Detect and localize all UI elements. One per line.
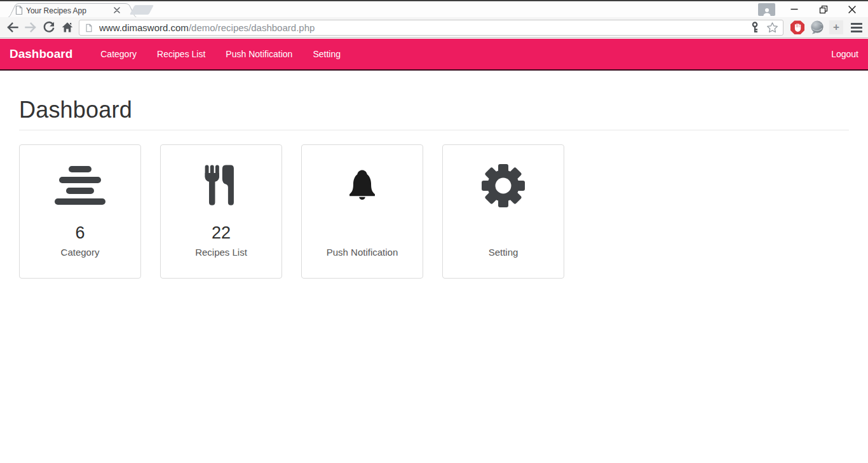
card-setting[interactable]: Setting bbox=[442, 144, 564, 279]
category-label: Category bbox=[20, 247, 140, 258]
restore-button[interactable] bbox=[819, 5, 828, 14]
push-notification-label: Push Notification bbox=[302, 247, 423, 258]
home-icon[interactable] bbox=[60, 20, 74, 34]
url-path: /demo/recipes/dashboard.php bbox=[189, 22, 315, 33]
category-icon bbox=[20, 163, 140, 209]
page-icon bbox=[85, 23, 93, 33]
setting-count bbox=[443, 223, 564, 243]
cutlery-icon bbox=[161, 163, 281, 209]
browser-titlebar: Your Recipes App bbox=[0, 0, 868, 17]
browser-toolbar: www.dimasword.com/demo/recipes/dashboard… bbox=[0, 17, 868, 38]
star-icon[interactable] bbox=[766, 21, 779, 34]
page-icon bbox=[14, 5, 24, 15]
dashboard-cards: 6 Category 22 Recipes List bbox=[19, 144, 849, 279]
menu-icon[interactable] bbox=[851, 23, 862, 33]
category-count: 6 bbox=[20, 223, 140, 243]
navbar-item-category[interactable]: Category bbox=[91, 49, 146, 59]
site-navbar: Dashboard Category Recipes List Push Not… bbox=[0, 39, 868, 71]
card-category[interactable]: 6 Category bbox=[19, 144, 141, 279]
recipes-count: 22 bbox=[161, 223, 281, 243]
back-icon[interactable] bbox=[6, 20, 20, 34]
url-text[interactable]: www.dimasword.com/demo/recipes/dashboard… bbox=[99, 22, 750, 33]
profile-button[interactable] bbox=[758, 3, 775, 16]
page-header: Dashboard bbox=[19, 97, 849, 130]
globe-icon[interactable] bbox=[810, 20, 825, 35]
setting-label: Setting bbox=[443, 247, 564, 258]
key-icon[interactable] bbox=[750, 22, 759, 34]
card-recipes-list[interactable]: 22 Recipes List bbox=[160, 144, 282, 279]
person-icon bbox=[763, 8, 771, 16]
minimize-button[interactable] bbox=[790, 8, 799, 17]
gear-icon bbox=[443, 163, 564, 209]
card-push-notification[interactable]: Push Notification bbox=[301, 144, 423, 279]
forward-icon[interactable] bbox=[24, 20, 37, 34]
adblock-icon[interactable] bbox=[790, 20, 805, 35]
navbar-logout[interactable]: Logout bbox=[822, 49, 868, 59]
reload-icon[interactable] bbox=[42, 20, 56, 34]
address-bar[interactable]: www.dimasword.com/demo/recipes/dashboard… bbox=[79, 20, 783, 36]
plus-extension-button[interactable]: + bbox=[829, 20, 843, 34]
tab-title: Your Recipes App bbox=[26, 6, 86, 15]
tab-close-icon[interactable] bbox=[114, 7, 120, 13]
bell-icon bbox=[302, 163, 423, 209]
navbar-item-push-notification[interactable]: Push Notification bbox=[216, 49, 302, 59]
push-notification-count bbox=[302, 223, 423, 243]
close-window-button[interactable] bbox=[848, 5, 857, 14]
navbar-brand-dashboard[interactable]: Dashboard bbox=[0, 47, 82, 61]
url-domain: www.dimasword.com bbox=[99, 22, 189, 33]
page-title: Dashboard bbox=[19, 97, 849, 123]
recipes-label: Recipes List bbox=[161, 247, 281, 258]
navbar-item-setting[interactable]: Setting bbox=[303, 49, 350, 59]
browser-tab[interactable]: Your Recipes App bbox=[5, 3, 140, 18]
new-tab-button[interactable] bbox=[130, 5, 154, 15]
page-content: Dashboard 6 Category bbox=[0, 72, 868, 463]
navbar-item-recipes-list[interactable]: Recipes List bbox=[147, 49, 215, 59]
